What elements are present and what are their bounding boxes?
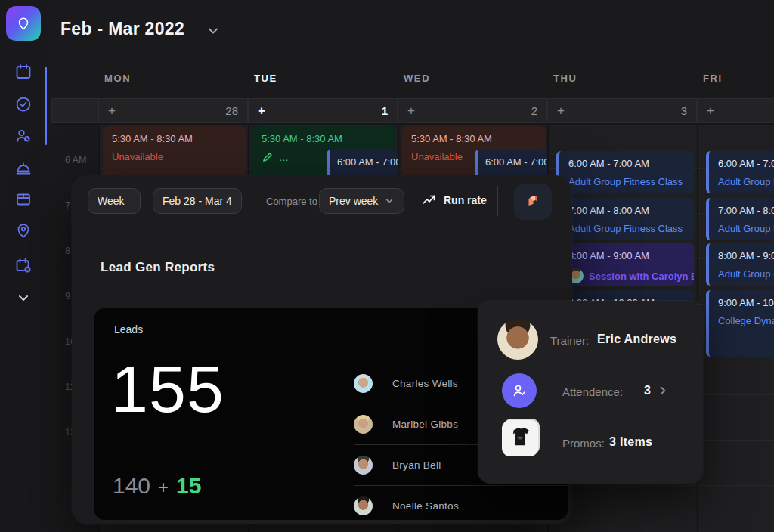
date-cell-fri[interactable]: + [697, 98, 774, 123]
session-details-card: Trainer: Eric Andrews Attendence: 3 Prom… [478, 301, 703, 484]
time-label: 8 [65, 246, 70, 256]
grid-line [51, 123, 774, 125]
location-pin-icon [15, 15, 32, 32]
trainer-name: Eric Andrews [597, 332, 676, 346]
day-header-wed: WED [404, 73, 430, 84]
attendence-value: 3 [644, 384, 651, 397]
event-fitness-class[interactable]: 8:00 AM - 9:00 AM Adult Group Fitness Cl… [706, 243, 774, 286]
divider [497, 186, 498, 216]
integration-button[interactable] [514, 184, 552, 220]
date-range-picker[interactable]: Feb 28 - Mar 4 [153, 188, 242, 214]
tshirt-icon [505, 423, 535, 453]
time-label: 7 [65, 200, 70, 211]
location-pin-icon [14, 221, 33, 240]
leads-delta: 15 [176, 473, 201, 499]
compare-dropdown[interactable]: Prev week [319, 188, 404, 214]
attendence-icon-badge [502, 373, 537, 408]
date-number: 3 [681, 104, 687, 117]
trainer-avatar [497, 319, 538, 360]
date-cell-mon[interactable]: + 28 [98, 98, 248, 123]
chevron-right-icon[interactable] [656, 384, 670, 401]
active-indicator [45, 66, 47, 145]
event-college-dynamics[interactable]: 9:00 AM - 10:30 AM College Dynamics [706, 290, 774, 357]
gutter-cell [51, 98, 98, 123]
lead-item[interactable]: Noelle Santos [354, 485, 568, 526]
date-number: 2 [531, 104, 537, 117]
sidebar-item-locations[interactable] [14, 221, 33, 240]
add-event-button[interactable]: + [707, 104, 714, 119]
sidebar-expand[interactable] [14, 289, 33, 307]
time-label: 9 [65, 291, 70, 302]
leads-previous: 140 [113, 473, 150, 499]
attendence-label: Attendence: [562, 385, 623, 398]
chevron-down-icon [14, 289, 33, 307]
sidebar-item-calendar[interactable] [14, 63, 33, 81]
sidebar-item-products[interactable] [14, 190, 33, 208]
promos-value: 3 Items [609, 435, 652, 449]
day-header-mon: MON [104, 73, 131, 84]
service-bell-icon [14, 159, 33, 177]
avatar [354, 456, 373, 475]
add-event-button[interactable]: + [258, 104, 265, 119]
sidebar-item-clients[interactable] [14, 127, 33, 145]
promo-thumbnail [502, 420, 538, 456]
event-fitness-class[interactable]: 7:00 AM - 8:00 AM Adult Group Fitness Cl… [706, 198, 774, 240]
period-dropdown[interactable]: Week [88, 188, 141, 214]
sidebar [0, 0, 47, 532]
date-number: 28 [225, 104, 238, 117]
leads-value: 155 [111, 351, 224, 428]
date-cell-thu[interactable]: + 3 [547, 98, 697, 123]
date-cell-wed[interactable]: + 2 [398, 98, 547, 123]
leads-comparison: 140 + 15 [113, 473, 201, 499]
event-fitness-class[interactable]: 6:00 AM - 7:00 AM Adult Group Fitness Cl… [706, 151, 774, 193]
trainer-label: Trainer: [550, 334, 589, 347]
sidebar-item-tasks[interactable] [14, 95, 33, 113]
avatar [354, 415, 373, 434]
add-event-button[interactable]: + [108, 104, 116, 119]
sidebar-item-services[interactable] [14, 159, 33, 177]
client-clock-icon [14, 127, 33, 145]
app-window: Feb - Mar 2022 MON TUE WED THU FRI + 28 … [0, 0, 774, 532]
avatar [354, 496, 373, 515]
compare-to-label: Compare to [266, 196, 317, 207]
day-header-thu: THU [553, 73, 577, 84]
app-logo[interactable] [6, 6, 41, 41]
calendar-icon [14, 63, 33, 81]
plus-sign: + [158, 477, 169, 498]
person-check-icon [510, 382, 528, 400]
panel-title: Lead Gen Reports [101, 260, 215, 275]
event-session[interactable]: 8:00 AM - 9:00 AM Session with Carolyn B… [556, 243, 694, 286]
day-header-fri: FRI [703, 73, 723, 84]
date-number: 1 [382, 104, 388, 117]
add-event-button[interactable]: + [557, 104, 565, 119]
calendar-person-icon [14, 257, 33, 275]
package-icon [14, 190, 33, 208]
pencil-icon [262, 151, 274, 163]
event-fitness-class[interactable]: 6:00 AM - 7:00 AM Adult Group Fitness Cl… [556, 151, 694, 193]
leads-label: Leads [114, 323, 143, 336]
chevron-down-icon[interactable] [206, 23, 221, 42]
date-cell-tue[interactable]: + 1 [248, 98, 398, 123]
trend-up-icon [422, 193, 436, 207]
check-circle-icon [14, 95, 33, 113]
add-event-button[interactable]: + [407, 104, 415, 119]
sidebar-item-bookings[interactable] [14, 257, 33, 275]
time-label: 6 AM [65, 155, 87, 165]
promos-label: Promos: [562, 437, 605, 450]
run-rate-toggle[interactable]: Run rate [422, 193, 487, 207]
avatar [354, 374, 373, 393]
block-3d-icon [524, 193, 542, 211]
event-fitness-class[interactable]: 7:00 AM - 8:00 AM Adult Group Fitness Cl… [556, 198, 694, 240]
day-header-tue: TUE [254, 73, 277, 84]
chevron-down-icon [384, 196, 395, 206]
page-title: Feb - Mar 2022 [60, 19, 184, 39]
